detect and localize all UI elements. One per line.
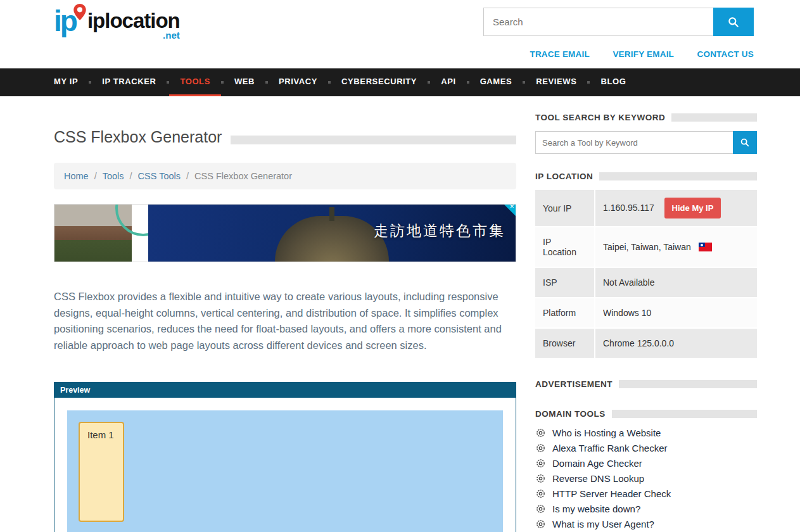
logo-name: iplocation: [87, 10, 180, 31]
domain-tools-heading: DOMAIN TOOLS: [535, 409, 606, 419]
logo-ip-glyph: ip: [54, 6, 76, 35]
ad-spire-graphic: [329, 207, 334, 221]
sidebar: TOOL SEARCH BY KEYWORD IP LOCATION Your …: [535, 113, 757, 532]
nav-item-ip-tracker[interactable]: IP TRACKER: [91, 68, 167, 96]
advertisement-heading: ADVERTISEMENT: [535, 379, 613, 389]
domain-tool-link[interactable]: Alexa Traffic Rank Checker: [552, 443, 667, 453]
nav-item-api[interactable]: API: [430, 68, 466, 96]
contact-us-link[interactable]: CONTACT US: [697, 49, 754, 59]
nav-item-reviews[interactable]: REVIEWS: [525, 68, 587, 96]
breadcrumb-separator: /: [130, 171, 132, 181]
row-label: Browser: [535, 328, 595, 358]
domain-tools-heading-row: DOMAIN TOOLS: [535, 409, 757, 419]
tool-search-button[interactable]: [733, 131, 757, 154]
list-item: Who is Hosting a Website: [535, 428, 757, 438]
browser-value: Chrome 125.0.0.0: [595, 328, 757, 358]
flexbox-preview-item[interactable]: Item 1: [79, 422, 124, 522]
row-label: ISP: [535, 267, 595, 298]
site-search-input[interactable]: [483, 8, 713, 36]
list-item: What is my User Agent?: [535, 519, 757, 529]
gear-icon: [535, 488, 546, 499]
verify-email-link[interactable]: VERIFY EMAIL: [613, 49, 674, 59]
list-item: HTTP Server Header Check: [535, 488, 757, 499]
search-icon: [740, 137, 750, 148]
main-nav: MY IP IP TRACKER TOOLS WEB PRIVACY CYBER…: [0, 68, 800, 96]
main-nav-inner: MY IP IP TRACKER TOOLS WEB PRIVACY CYBER…: [54, 68, 800, 96]
table-row: Your IP 1.160.95.117 Hide My IP: [535, 190, 757, 227]
heading-bar: [599, 172, 757, 180]
gear-icon: [535, 428, 546, 438]
list-item: Domain Age Checker: [535, 458, 757, 469]
tool-search-input[interactable]: [535, 131, 733, 154]
logo-text: iplocation .net: [87, 10, 180, 41]
hide-my-ip-button[interactable]: Hide My IP: [664, 198, 721, 218]
ad-main-image: 走訪地道特色市集: [148, 205, 516, 262]
breadcrumb-tools[interactable]: Tools: [103, 171, 124, 181]
table-row: IP Location Taipei, Taiwan, Taiwan: [535, 227, 757, 267]
advertisement-heading-row: ADVERTISEMENT: [535, 379, 757, 389]
row-label: IP Location: [535, 227, 595, 267]
ad-caption: 走訪地道特色市集: [374, 221, 505, 241]
heading-bar: [612, 410, 757, 418]
breadcrumb-separator: /: [94, 171, 97, 181]
preview-panel: Preview Item 1: [54, 382, 516, 532]
site-search-button[interactable]: [713, 8, 754, 36]
location-pin-icon: [73, 4, 86, 23]
domain-tool-link[interactable]: Reverse DNS Lookup: [552, 473, 644, 484]
gear-icon: [535, 504, 546, 514]
page-title: CSS Flexbox Generator: [54, 128, 222, 146]
nav-item-blog[interactable]: BLOG: [590, 68, 637, 96]
ip-location-heading: IP LOCATION: [535, 172, 593, 181]
domain-tool-link[interactable]: Domain Age Checker: [552, 458, 642, 469]
breadcrumb: Home/Tools/CSS Tools/CSS Flexbox Generat…: [54, 163, 516, 189]
ip-location-table: Your IP 1.160.95.117 Hide My IP IP Locat…: [535, 190, 757, 359]
heading-bar: [671, 113, 757, 122]
nav-item-tools[interactable]: TOOLS: [169, 68, 221, 96]
nav-item-cybersecurity[interactable]: CYBERSECURITY: [331, 68, 428, 96]
ip-location-value: Taipei, Taiwan, Taiwan: [603, 242, 691, 252]
list-item: Reverse DNS Lookup: [535, 473, 757, 484]
table-row: ISP Not Available: [535, 267, 757, 298]
nav-item-my-ip[interactable]: MY IP: [54, 68, 89, 96]
gear-icon: [535, 443, 546, 453]
breadcrumb-css-tools[interactable]: CSS Tools: [138, 171, 181, 181]
breadcrumb-current: CSS Flexbox Generator: [194, 171, 292, 181]
gear-icon: [535, 458, 546, 469]
tool-search: [535, 131, 757, 154]
nav-item-privacy[interactable]: PRIVACY: [268, 68, 328, 96]
ad-dome-graphic: [275, 216, 389, 262]
nav-item-web[interactable]: WEB: [224, 68, 265, 96]
row-label: Your IP: [535, 190, 595, 227]
tool-search-heading-row: TOOL SEARCH BY KEYWORD: [535, 113, 757, 122]
gear-icon: [535, 519, 546, 529]
platform-value: Windows 10: [595, 298, 757, 328]
ad-close-icon[interactable]: ✕: [509, 204, 514, 210]
table-row: Browser Chrome 125.0.0.0: [535, 328, 757, 358]
tool-description: CSS Flexbox provides a flexible and intu…: [54, 289, 516, 354]
header-search: [483, 8, 754, 36]
header-links: TRACE EMAIL VERIFY EMAIL CONTACT US: [509, 48, 754, 60]
domain-tools-list: Who is Hosting a Website Alexa Traffic R…: [535, 428, 757, 529]
nav-item-games[interactable]: GAMES: [469, 68, 523, 96]
row-label: Platform: [535, 298, 595, 328]
page-content: CSS Flexbox Generator Home/Tools/CSS Too…: [54, 113, 757, 532]
flexbox-preview-container: Item 1: [67, 410, 503, 532]
site-logo[interactable]: ip iplocation .net: [54, 6, 180, 41]
domain-tool-link[interactable]: Who is Hosting a Website: [552, 428, 661, 438]
domain-tool-link[interactable]: HTTP Server Header Check: [552, 488, 671, 499]
title-row: CSS Flexbox Generator: [54, 128, 516, 146]
trace-email-link[interactable]: TRACE EMAIL: [530, 49, 589, 59]
gear-icon: [535, 473, 546, 484]
search-icon: [727, 16, 740, 28]
table-row: Platform Windows 10: [535, 298, 757, 328]
title-decorative-bar: [231, 136, 516, 144]
domain-tool-link[interactable]: What is my User Agent?: [552, 519, 654, 529]
ip-location-heading-row: IP LOCATION: [535, 172, 757, 181]
breadcrumb-home[interactable]: Home: [64, 171, 89, 181]
preview-panel-header: Preview: [54, 383, 516, 398]
row-value-cell: 1.160.95.117 Hide My IP: [595, 190, 757, 227]
list-item: Alexa Traffic Rank Checker: [535, 443, 757, 453]
site-header: ip iplocation .net TRACE EMAIL VERIFY EM…: [0, 0, 800, 68]
ad-banner[interactable]: 走訪地道特色市集 ✕: [54, 204, 516, 262]
domain-tool-link[interactable]: Is my website down?: [552, 504, 640, 514]
